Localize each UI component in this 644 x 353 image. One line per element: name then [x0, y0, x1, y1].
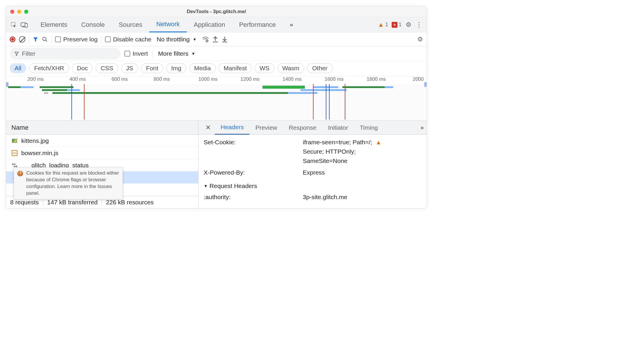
- warnings-count: 1: [385, 22, 388, 28]
- export-har-icon[interactable]: [212, 36, 218, 43]
- svg-point-3: [43, 37, 46, 41]
- type-pill-manifest[interactable]: Manifest: [219, 63, 251, 73]
- header-row: SameSite=None: [204, 157, 421, 167]
- more-filters-label: More filters: [158, 50, 189, 57]
- inspect-element-icon[interactable]: [8, 20, 19, 30]
- detail-tab-preview[interactable]: Preview: [249, 121, 283, 135]
- timeline-bar: [21, 86, 34, 88]
- type-pill-media[interactable]: Media: [189, 63, 216, 73]
- detail-tabs-row: ✕ Headers Preview Response Initiator Tim…: [198, 121, 427, 135]
- type-pill-fetch[interactable]: Fetch/XHR: [29, 63, 69, 73]
- error-icon: ×: [392, 22, 397, 28]
- main-tabs-row: Elements Console Sources Network Applica…: [6, 17, 427, 32]
- timeline-bar: [52, 92, 288, 94]
- timeline-tick: 2000: [413, 76, 424, 82]
- summary-resources: 226 kB resources: [102, 199, 158, 206]
- detail-tab-headers[interactable]: Headers: [215, 121, 249, 135]
- detail-tab-response[interactable]: Response: [283, 121, 322, 135]
- throttling-label: No throttling: [157, 36, 190, 43]
- timeline-marker: [313, 84, 314, 120]
- detail-tab-initiator[interactable]: Initiator: [322, 121, 354, 135]
- request-headers-section[interactable]: ▼ Request Headers: [204, 178, 421, 191]
- header-row: X-Powered-By: Express: [204, 167, 421, 178]
- type-pill-font[interactable]: Font: [141, 63, 163, 73]
- divider: [152, 50, 152, 58]
- request-detail-pane: ✕ Headers Preview Response Initiator Tim…: [198, 121, 427, 208]
- type-pill-img[interactable]: Img: [166, 63, 186, 73]
- header-name: :authority:: [204, 194, 303, 201]
- divider: [101, 35, 101, 43]
- filter-toggle-icon[interactable]: [33, 36, 38, 42]
- devtools-window: DevTools - 3pc.glitch.me/ Elements Conso…: [6, 6, 427, 208]
- type-pill-wasm[interactable]: Wasm: [277, 63, 305, 73]
- record-button[interactable]: [10, 36, 15, 42]
- preserve-log-label: Preserve log: [63, 36, 98, 43]
- header-value: Express: [303, 169, 421, 176]
- detail-tabs-overflow[interactable]: »: [420, 124, 424, 131]
- main-tabs: Elements Console Sources Network Applica…: [34, 17, 300, 32]
- timeline-bar: [342, 86, 384, 88]
- settings-icon[interactable]: ⚙: [403, 20, 414, 30]
- type-pill-css[interactable]: CSS: [96, 63, 118, 73]
- set-cookie-line: iframe-seen=true; Path=/;: [303, 139, 372, 145]
- timeline-body: [6, 84, 427, 120]
- timeline-tick: 1400 ms: [283, 76, 302, 82]
- import-har-icon[interactable]: [222, 36, 228, 43]
- window-title: DevTools - 3pc.glitch.me/: [6, 9, 427, 15]
- filter-input[interactable]: Filter: [10, 48, 120, 59]
- search-icon[interactable]: [42, 36, 48, 42]
- timeline-tick: 400 ms: [69, 76, 86, 82]
- column-header-name[interactable]: Name: [6, 121, 198, 135]
- network-settings-icon[interactable]: ⚙: [417, 36, 423, 43]
- timeline-bar: [385, 86, 393, 88]
- more-menu-icon[interactable]: ⋮: [414, 20, 424, 30]
- type-pill-js[interactable]: JS: [121, 63, 138, 73]
- type-pill-ws[interactable]: WS: [255, 63, 275, 73]
- invert-checkbox[interactable]: Invert: [124, 50, 148, 57]
- timeline-tick: 1200 ms: [240, 76, 259, 82]
- tab-performance[interactable]: Performance: [232, 17, 283, 32]
- divider: [29, 35, 29, 43]
- checkbox-icon: [55, 36, 61, 42]
- request-row[interactable]: kittens.jpg: [6, 135, 198, 147]
- summary-transferred: 147 kB transferred: [43, 199, 102, 206]
- network-conditions-icon[interactable]: [202, 36, 209, 43]
- xhr-icon: [11, 163, 18, 168]
- tab-network[interactable]: Network: [149, 17, 187, 32]
- filter-row: Filter Invert More filters ▼: [6, 46, 427, 61]
- type-pill-other[interactable]: Other: [307, 63, 332, 73]
- timeline-handle-right[interactable]: [424, 82, 427, 87]
- request-row[interactable]: <> bowser.min.js: [6, 147, 198, 159]
- more-filters-select[interactable]: More filters ▼: [156, 50, 197, 57]
- throttling-select[interactable]: No throttling ▼: [155, 36, 198, 43]
- clear-button[interactable]: [19, 36, 25, 43]
- timeline-marker: [84, 84, 85, 120]
- issues-errors-badge[interactable]: × 1: [392, 22, 402, 28]
- tooltip-text: Cookies for this request are blocked eit…: [26, 170, 119, 197]
- type-pill-doc[interactable]: Doc: [72, 63, 93, 73]
- tabs-overflow[interactable]: »: [283, 17, 300, 32]
- timeline-tick: 200 ms: [27, 76, 44, 82]
- tab-console[interactable]: Console: [74, 17, 112, 32]
- request-name: bowser.min.js: [21, 150, 58, 157]
- timeline-marker: [326, 84, 326, 120]
- timeline-tick: 1800 ms: [367, 76, 386, 82]
- tab-sources[interactable]: Sources: [112, 17, 149, 32]
- device-toolbar-icon[interactable]: [19, 20, 29, 30]
- type-pill-all[interactable]: All: [10, 63, 26, 73]
- detail-tab-timing[interactable]: Timing: [354, 121, 384, 135]
- preserve-log-checkbox[interactable]: Preserve log: [55, 36, 98, 43]
- disable-cache-label: Disable cache: [113, 36, 152, 43]
- disable-cache-checkbox[interactable]: Disable cache: [105, 36, 152, 43]
- tab-elements[interactable]: Elements: [34, 17, 74, 32]
- warning-icon[interactable]: ▲: [376, 139, 381, 145]
- headers-body: Set-Cookie: iframe-seen=true; Path=/; ▲ …: [198, 135, 427, 208]
- issues-warnings-badge[interactable]: ▲ 1: [378, 21, 388, 29]
- close-detail-icon[interactable]: ✕: [201, 124, 215, 131]
- filter-icon: [14, 51, 19, 56]
- tab-application[interactable]: Application: [187, 17, 232, 32]
- disclosure-triangle-icon: ▼: [204, 184, 208, 188]
- network-timeline[interactable]: 200 ms 400 ms 600 ms 800 ms 1000 ms 1200…: [6, 76, 427, 121]
- timeline-tick: 1600 ms: [325, 76, 344, 82]
- request-list-pane: Name kittens.jpg <> bowser.min.js ___gli…: [6, 121, 198, 208]
